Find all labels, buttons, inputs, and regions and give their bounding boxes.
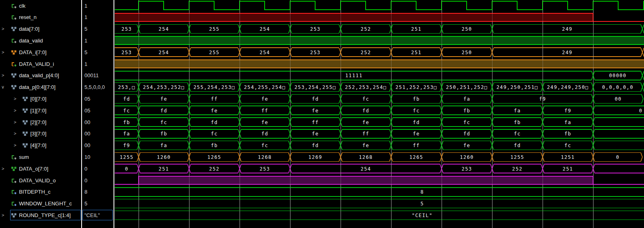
svg-text:253: 253 xyxy=(462,166,472,172)
svg-text:fd: fd xyxy=(362,108,369,114)
svg-text:fc: fc xyxy=(123,108,130,114)
wave-window-lenght-c xyxy=(115,199,644,208)
svg-text:249: 249 xyxy=(562,50,572,55)
svg-text:252: 252 xyxy=(512,166,523,172)
svg-text:fe: fe xyxy=(413,131,420,137)
wave-data-valid-p-4-0- xyxy=(115,71,644,80)
svg-text:254,255,254□: 254,255,254□ xyxy=(244,84,286,90)
svg-text:ff: ff xyxy=(312,120,319,125)
svg-text:fb: fb xyxy=(413,96,420,102)
svg-text:f9: f9 xyxy=(123,143,130,148)
svg-text:1269: 1269 xyxy=(308,154,322,160)
svg-text:0,0,0,0,0: 0,0,0,0,0 xyxy=(602,84,633,90)
svg-text:254: 254 xyxy=(159,50,169,55)
svg-text:fe: fe xyxy=(261,96,268,102)
svg-text:254,253,252□: 254,253,252□ xyxy=(143,84,185,90)
svg-text:1268: 1268 xyxy=(359,154,373,160)
svg-text:0: 0 xyxy=(616,154,620,160)
svg-text:fc: fc xyxy=(514,131,521,137)
svg-text:254: 254 xyxy=(260,26,270,32)
svg-text:249: 249 xyxy=(562,26,572,32)
svg-text:252,253,254□: 252,253,254□ xyxy=(345,84,387,90)
svg-text:251: 251 xyxy=(563,166,573,172)
svg-text:fe: fe xyxy=(312,108,319,114)
svg-text:1265: 1265 xyxy=(409,154,423,160)
svg-text:fb: fb xyxy=(514,120,521,125)
svg-text:253: 253 xyxy=(260,166,270,172)
svg-text:fd: fd xyxy=(463,131,470,137)
svg-text:254: 254 xyxy=(159,26,169,32)
svg-text:ff: ff xyxy=(261,108,268,114)
svg-text:1255: 1255 xyxy=(510,154,524,160)
svg-text:fa: fa xyxy=(514,108,521,114)
svg-text:fd: fd xyxy=(123,96,130,102)
svg-text:1268: 1268 xyxy=(258,154,272,160)
svg-text:fd: fd xyxy=(261,131,268,137)
svg-text:253: 253 xyxy=(122,50,132,55)
wave-round-type-c-1-4- xyxy=(115,211,644,220)
svg-text:251,252,253□: 251,252,253□ xyxy=(396,84,438,90)
svg-text:fc: fc xyxy=(261,143,268,148)
svg-text:fb: fb xyxy=(463,108,470,114)
wave--0-7-0- xyxy=(115,94,643,103)
svg-text:252: 252 xyxy=(209,166,220,172)
svg-text:fc: fc xyxy=(463,120,470,125)
svg-text:fa: fa xyxy=(463,96,470,102)
svg-text:8: 8 xyxy=(421,189,424,195)
svg-text:249,250,251□: 249,250,251□ xyxy=(497,84,539,90)
svg-text:"CEIL": "CEIL" xyxy=(412,213,433,218)
svg-text:253: 253 xyxy=(310,50,321,55)
svg-text:253,□: 253,□ xyxy=(118,84,135,90)
svg-text:1265: 1265 xyxy=(207,154,221,160)
svg-text:254: 254 xyxy=(361,166,371,172)
svg-text:250: 250 xyxy=(462,50,472,55)
svg-text:255,254,253□: 255,254,253□ xyxy=(194,84,236,90)
svg-text:250,251,252□: 250,251,252□ xyxy=(446,84,488,90)
waveform-area[interactable]: 2532542552542532522512502492532542552542… xyxy=(0,0,644,228)
wave-clk xyxy=(115,1,644,10)
svg-text:ff: ff xyxy=(413,143,420,148)
svg-text:253,254,255□: 253,254,255□ xyxy=(295,84,337,90)
svg-text:1255: 1255 xyxy=(120,154,134,160)
svg-text:fe: fe xyxy=(160,96,167,102)
svg-text:252: 252 xyxy=(361,26,371,32)
svg-text:0: 0 xyxy=(639,108,643,114)
svg-text:1260: 1260 xyxy=(157,154,171,160)
grid-overlay xyxy=(139,0,593,228)
svg-text:fa: fa xyxy=(564,120,571,125)
svg-text:fc: fc xyxy=(564,143,571,148)
svg-text:fc: fc xyxy=(362,96,369,102)
svg-text:fb: fb xyxy=(211,143,218,148)
svg-text:fe: fe xyxy=(362,120,369,125)
svg-text:fd: fd xyxy=(413,120,420,125)
selection-outline-value xyxy=(82,210,113,220)
svg-text:251: 251 xyxy=(411,26,422,32)
svg-text:fa: fa xyxy=(160,143,167,148)
svg-text:00000: 00000 xyxy=(609,73,626,78)
svg-text:fc: fc xyxy=(160,120,167,125)
svg-text:251: 251 xyxy=(411,50,422,55)
svg-text:249,249,250□: 249,249,250□ xyxy=(547,84,589,90)
svg-text:251: 251 xyxy=(159,166,169,172)
grid-lines xyxy=(139,0,593,228)
svg-text:255: 255 xyxy=(209,50,220,55)
svg-text:5: 5 xyxy=(421,201,424,207)
svg-text:1251: 1251 xyxy=(561,154,575,160)
svg-text:255: 255 xyxy=(209,26,220,32)
svg-text:253: 253 xyxy=(122,26,132,32)
waveform-viewer: clkreset_n>data[7:0]data_valid>DATA_i[7:… xyxy=(0,0,644,228)
wave-bitdepth-c xyxy=(115,188,644,196)
svg-text:f9: f9 xyxy=(539,96,546,102)
wave-data-valid xyxy=(115,36,644,45)
svg-text:ff: ff xyxy=(362,131,369,137)
svg-text:252: 252 xyxy=(361,50,371,55)
svg-text:fe: fe xyxy=(463,143,470,148)
svg-text:254: 254 xyxy=(260,50,270,55)
svg-text:fd: fd xyxy=(312,143,319,148)
svg-text:fd: fd xyxy=(160,108,167,114)
svg-text:253: 253 xyxy=(310,26,321,32)
svg-text:fd: fd xyxy=(211,120,218,125)
svg-text:fe: fe xyxy=(312,131,319,137)
svg-text:fb: fb xyxy=(160,131,167,137)
svg-text:0: 0 xyxy=(125,166,128,172)
